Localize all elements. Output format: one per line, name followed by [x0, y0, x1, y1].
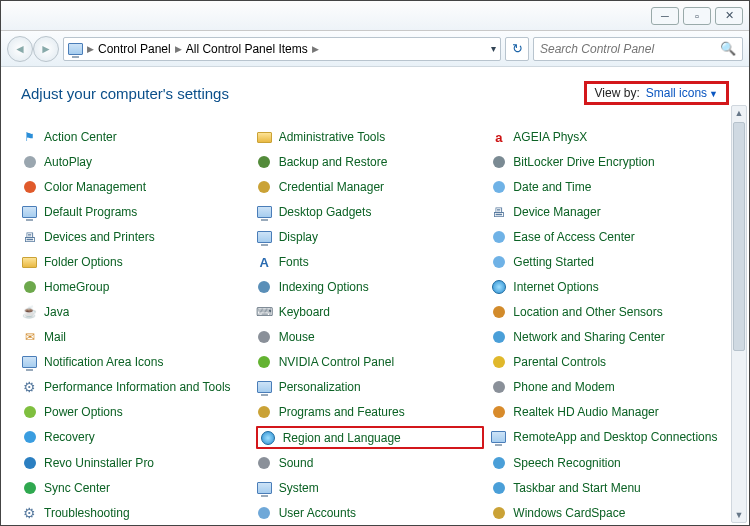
- scrollbar[interactable]: ▲ ▼: [731, 105, 747, 523]
- close-button[interactable]: ✕: [715, 7, 743, 25]
- refresh-button[interactable]: ↻: [505, 37, 529, 61]
- control-panel-item[interactable]: RemoteApp and Desktop Connections: [490, 427, 719, 447]
- control-panel-item[interactable]: User Accounts: [256, 503, 485, 523]
- item-label: RemoteApp and Desktop Connections: [513, 430, 717, 444]
- scroll-up-icon[interactable]: ▲: [735, 106, 744, 120]
- control-panel-item[interactable]: Programs and Features: [256, 402, 485, 422]
- control-panel-item[interactable]: Power Options: [21, 402, 250, 422]
- address-dropdown-icon[interactable]: ▾: [491, 43, 496, 54]
- scroll-down-icon[interactable]: ▼: [735, 508, 744, 522]
- control-panel-item[interactable]: Windows CardSpace: [490, 503, 719, 523]
- control-panel-item[interactable]: Date and Time: [490, 177, 719, 197]
- control-panel-item[interactable]: Region and Language: [256, 426, 485, 449]
- item-label: Devices and Printers: [44, 230, 155, 244]
- control-panel-item[interactable]: Default Programs: [21, 202, 250, 222]
- control-panel-item[interactable]: Folder Options: [21, 252, 250, 272]
- address-bar[interactable]: ▶ Control Panel ▶ All Control Panel Item…: [63, 37, 501, 61]
- monitor-icon: [21, 354, 38, 371]
- control-panel-item[interactable]: Taskbar and Start Menu: [490, 478, 719, 498]
- control-panel-item[interactable]: Color Management: [21, 177, 250, 197]
- item-label: Speech Recognition: [513, 456, 620, 470]
- view-by-value[interactable]: Small icons▼: [646, 86, 718, 100]
- control-panel-item[interactable]: Credential Manager: [256, 177, 485, 197]
- control-panel-item[interactable]: ⚙Performance Information and Tools: [21, 377, 250, 397]
- control-panel-item[interactable]: AutoPlay: [21, 152, 250, 172]
- control-panel-item[interactable]: Sound: [256, 453, 485, 473]
- back-button[interactable]: ◄: [7, 36, 33, 62]
- breadcrumb-item[interactable]: All Control Panel Items: [186, 42, 308, 56]
- item-label: Mouse: [279, 330, 315, 344]
- mail-icon: ✉: [21, 329, 38, 346]
- control-panel-item[interactable]: ✉Mail: [21, 327, 250, 347]
- monitor-icon: [256, 480, 273, 497]
- item-label: Ease of Access Center: [513, 230, 634, 244]
- search-box[interactable]: 🔍: [533, 37, 743, 61]
- control-panel-item[interactable]: System: [256, 478, 485, 498]
- breadcrumb-item[interactable]: Control Panel: [98, 42, 171, 56]
- control-panel-item[interactable]: Administrative Tools: [256, 127, 485, 147]
- control-panel-item[interactable]: Network and Sharing Center: [490, 327, 719, 347]
- item-label: Windows CardSpace: [513, 506, 625, 520]
- control-panel-item[interactable]: BitLocker Drive Encryption: [490, 152, 719, 172]
- control-panel-item[interactable]: Speech Recognition: [490, 453, 719, 473]
- item-label: Network and Sharing Center: [513, 330, 664, 344]
- item-label: Revo Uninstaller Pro: [44, 456, 154, 470]
- item-label: Performance Information and Tools: [44, 380, 231, 394]
- control-panel-item[interactable]: Phone and Modem: [490, 377, 719, 397]
- control-panel-item[interactable]: Backup and Restore: [256, 152, 485, 172]
- control-panel-item[interactable]: Realtek HD Audio Manager: [490, 402, 719, 422]
- control-panel-item[interactable]: Indexing Options: [256, 277, 485, 297]
- item-label: Fonts: [279, 255, 309, 269]
- app-icon: [256, 329, 273, 346]
- item-label: Backup and Restore: [279, 155, 388, 169]
- monitor-icon: [256, 379, 273, 396]
- item-label: HomeGroup: [44, 280, 109, 294]
- minimize-button[interactable]: ─: [651, 7, 679, 25]
- control-panel-item[interactable]: AFonts: [256, 252, 485, 272]
- control-panel-item[interactable]: Display: [256, 227, 485, 247]
- control-panel-item[interactable]: ⚑Action Center: [21, 127, 250, 147]
- control-panel-item[interactable]: HomeGroup: [21, 277, 250, 297]
- control-panel-item[interactable]: 🖶Devices and Printers: [21, 227, 250, 247]
- control-panel-item[interactable]: Revo Uninstaller Pro: [21, 453, 250, 473]
- item-label: Java: [44, 305, 69, 319]
- control-panel-item[interactable]: ☕Java: [21, 302, 250, 322]
- item-label: Programs and Features: [279, 405, 405, 419]
- scroll-thumb[interactable]: [733, 122, 745, 351]
- control-panel-item[interactable]: ⚙Troubleshooting: [21, 503, 250, 523]
- content-pane: Adjust your computer's settings View by:…: [1, 67, 749, 526]
- control-panel-item[interactable]: aAGEIA PhysX: [490, 127, 719, 147]
- view-by-selector[interactable]: View by: Small icons▼: [584, 81, 729, 105]
- control-panel-item[interactable]: Location and Other Sensors: [490, 302, 719, 322]
- maximize-button[interactable]: ▫: [683, 7, 711, 25]
- java-icon: ☕: [21, 304, 38, 321]
- control-panel-item[interactable]: 🖶Device Manager: [490, 202, 719, 222]
- item-label: Credential Manager: [279, 180, 384, 194]
- app-icon: [256, 505, 273, 522]
- forward-button[interactable]: ►: [33, 36, 59, 62]
- item-label: NVIDIA Control Panel: [279, 355, 394, 369]
- app-icon: [21, 455, 38, 472]
- item-label: Administrative Tools: [279, 130, 386, 144]
- folder-icon: [21, 254, 38, 271]
- app-icon: [490, 379, 507, 396]
- control-panel-item[interactable]: Notification Area Icons: [21, 352, 250, 372]
- app-icon: [256, 404, 273, 421]
- control-panel-item[interactable]: Desktop Gadgets: [256, 202, 485, 222]
- control-panel-item[interactable]: NVIDIA Control Panel: [256, 352, 485, 372]
- app-icon: [21, 429, 38, 446]
- item-label: Date and Time: [513, 180, 591, 194]
- control-panel-item[interactable]: Recovery: [21, 427, 250, 447]
- search-input[interactable]: [540, 42, 720, 56]
- control-panel-item[interactable]: Sync Center: [21, 478, 250, 498]
- control-panel-item[interactable]: Personalization: [256, 377, 485, 397]
- control-panel-item[interactable]: Ease of Access Center: [490, 227, 719, 247]
- control-panel-item[interactable]: Mouse: [256, 327, 485, 347]
- control-panel-item[interactable]: ⌨Keyboard: [256, 302, 485, 322]
- app-icon: [21, 179, 38, 196]
- page-title: Adjust your computer's settings: [21, 85, 229, 102]
- control-panel-item[interactable]: Internet Options: [490, 277, 719, 297]
- breadcrumb-sep-icon: ▶: [87, 44, 94, 54]
- control-panel-item[interactable]: Parental Controls: [490, 352, 719, 372]
- control-panel-item[interactable]: Getting Started: [490, 252, 719, 272]
